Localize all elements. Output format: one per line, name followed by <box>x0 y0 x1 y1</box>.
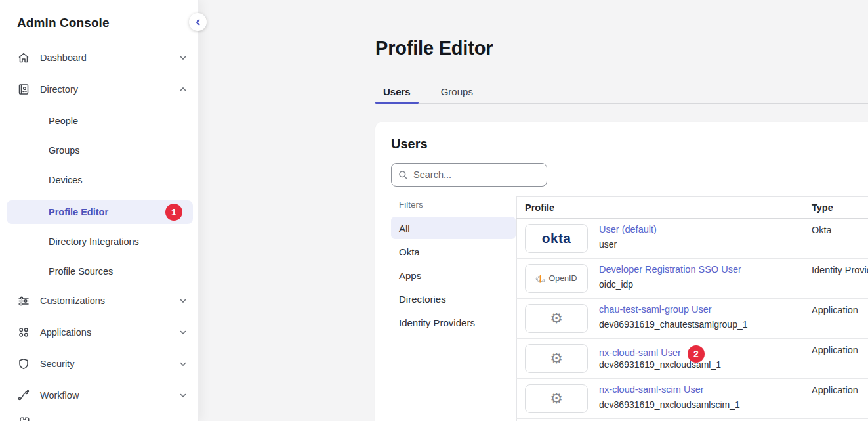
collapse-sidebar-button[interactable] <box>189 13 207 31</box>
sidebar-item-label: Profile Sources <box>49 266 113 277</box>
sidebar-item-customizations[interactable]: Customizations <box>17 292 188 310</box>
sidebar-item-label: People <box>49 116 78 126</box>
app-logo-placeholder: ⚙ <box>525 304 588 333</box>
chevron-up-icon <box>178 85 188 94</box>
sidebar-item-label: Workflow <box>40 390 178 401</box>
filter-label: Okta <box>399 246 420 257</box>
filter-identity-providers[interactable]: Identity Providers <box>391 311 516 334</box>
workflow-icon <box>17 389 30 402</box>
profile-type: Okta <box>812 225 832 235</box>
table-row: okta User (default) user Okta <box>516 219 868 259</box>
sidebar-item-label: Security <box>40 359 178 369</box>
sliders-icon <box>17 294 30 307</box>
sidebar-item-label: Applications <box>40 327 178 338</box>
tour-step-badge-1: 1 <box>165 204 182 221</box>
filter-apps[interactable]: Apps <box>391 264 516 286</box>
chevron-down-icon <box>178 391 188 400</box>
chevron-down-icon <box>178 328 188 337</box>
profile-id: dev86931619_chautestsamlgroup_1 <box>599 319 748 330</box>
apps-grid-icon <box>17 326 30 339</box>
users-panel: Users Filters All Okta Apps Directories … <box>375 122 868 421</box>
filters-list: Filters All Okta Apps Directories Identi… <box>391 196 516 335</box>
sidebar-item-label: Dashboard <box>40 53 178 63</box>
tab-groups[interactable]: Groups <box>433 79 481 103</box>
filter-directories[interactable]: Directories <box>391 288 516 310</box>
tab-label: Groups <box>441 86 473 97</box>
sidebar-item-applications[interactable]: Applications <box>17 323 188 342</box>
profile-link[interactable]: Developer Registration SSO User <box>599 264 741 275</box>
profile-id: oidc_idp <box>599 279 633 290</box>
openid-glyph <box>535 273 545 284</box>
sidebar-item-groups[interactable]: Groups <box>7 141 193 160</box>
okta-logo: okta <box>525 224 588 253</box>
profile-link[interactable]: User (default) <box>599 224 657 234</box>
sidebar-item-profile-editor[interactable]: Profile Editor 1 <box>7 200 193 224</box>
chevron-down-icon <box>178 359 188 368</box>
sidebar-item-label: Directory <box>40 84 178 95</box>
profile-id: dev86931619_nxcloudsamlscim_1 <box>599 399 740 410</box>
profile-link[interactable]: chau-test-saml-group User <box>599 304 712 315</box>
profile-type: Application <box>812 385 858 395</box>
sidebar-item-label: Profile Editor <box>49 207 108 217</box>
sidebar-item-directory[interactable]: Directory <box>17 80 188 99</box>
search-input[interactable] <box>413 169 540 180</box>
sidebar-item-devices[interactable]: Devices <box>7 171 193 189</box>
filter-label: Directories <box>399 294 446 305</box>
openid-logo: OpenID <box>525 264 588 293</box>
okta-wordmark: okta <box>542 231 571 246</box>
column-header-profile: Profile <box>525 202 554 213</box>
table-row: OpenID Developer Registration SSO User o… <box>516 259 868 299</box>
sidebar-item-label: Customizations <box>40 296 178 306</box>
sidebar-item-people[interactable]: People <box>7 112 193 130</box>
gear-icon: ⚙ <box>550 351 563 366</box>
app-logo-placeholder: ⚙ <box>525 384 588 413</box>
profile-id: user <box>599 239 617 250</box>
sidebar-item-security[interactable]: Security <box>17 355 188 373</box>
filter-label: All <box>399 223 410 234</box>
tab-label: Users <box>383 86 411 97</box>
search-icon <box>398 170 408 180</box>
search-box <box>391 163 547 187</box>
profile-link-label: chau-test-saml-group User <box>599 304 712 315</box>
shield-icon <box>17 357 30 370</box>
profile-type: Identity Provider <box>812 265 868 275</box>
app-title: Admin Console <box>17 16 198 30</box>
chevron-down-icon <box>178 53 188 62</box>
app-logo-placeholder: ⚙ <box>525 344 588 373</box>
nav-icon-partial <box>18 416 30 421</box>
gear-icon: ⚙ <box>550 311 563 326</box>
table-row: ⚙ nx-cloud-saml-scim User dev86931619_nx… <box>516 379 868 419</box>
sidebar-item-label: Directory Integrations <box>49 236 139 247</box>
chevron-down-icon <box>178 296 188 305</box>
sidebar-item-dashboard[interactable]: Dashboard <box>17 49 188 67</box>
sidebar: Admin Console Dashboard Directory People… <box>0 0 198 421</box>
panel-title: Users <box>391 137 428 152</box>
sidebar-item-label: Devices <box>49 175 83 185</box>
table-row: ⚙ nx-cloud-saml User 2 dev86931619_nxclo… <box>516 339 868 379</box>
profile-link-label: Developer Registration SSO User <box>599 264 741 275</box>
profiles-table: Profile Type okta User (default) user Ok… <box>516 196 868 421</box>
profile-type: Application <box>812 305 858 315</box>
profile-type: Application <box>812 345 858 355</box>
page-title: Profile Editor <box>375 37 493 59</box>
table-row: ⚙ chau-test-saml-group User dev86931619_… <box>516 299 868 339</box>
filter-all[interactable]: All <box>391 217 516 239</box>
filters-title: Filters <box>391 196 516 212</box>
gear-icon: ⚙ <box>550 391 563 406</box>
sidebar-item-workflow[interactable]: Workflow <box>17 386 188 405</box>
filter-okta[interactable]: Okta <box>391 240 516 263</box>
profile-id: dev86931619_nxcloudsaml_1 <box>599 359 721 370</box>
profile-link[interactable]: nx-cloud-saml-scim User <box>599 384 704 395</box>
tab-users[interactable]: Users <box>375 79 419 103</box>
filter-label: Identity Providers <box>399 317 475 328</box>
sidebar-item-directory-integrations[interactable]: Directory Integrations <box>7 233 193 251</box>
directory-badge-icon <box>17 83 30 96</box>
column-header-type: Type <box>812 202 833 213</box>
openid-wordmark: OpenID <box>548 274 577 283</box>
profile-link-label: nx-cloud-saml User <box>599 347 681 358</box>
tab-bar: Users Groups <box>375 79 868 104</box>
chevron-left-icon <box>194 18 202 26</box>
sidebar-item-profile-sources[interactable]: Profile Sources <box>7 262 193 280</box>
sidebar-item-label: Groups <box>49 145 80 156</box>
home-icon <box>17 51 30 64</box>
